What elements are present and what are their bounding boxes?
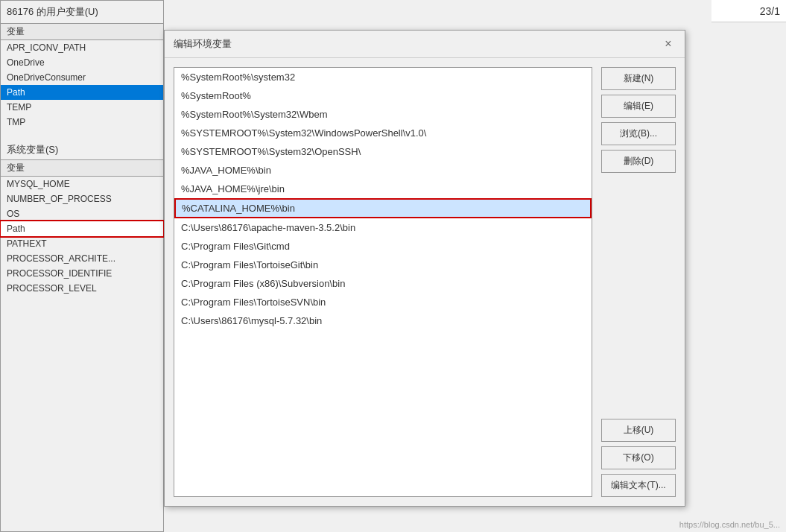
user-var-item[interactable]: OneDriveConsumer — [1, 70, 163, 85]
edit-button[interactable]: 编辑(E) — [601, 95, 676, 118]
system-var-item[interactable]: OS — [1, 206, 163, 221]
system-var-item[interactable]: PATHEXT — [1, 236, 163, 251]
path-list-item[interactable]: C:\Program Files (x86)\Subversion\bin — [174, 274, 592, 293]
system-vars-header: 系统变量(S) — [1, 137, 163, 159]
user-vars-list: APR_ICONV_PATHOneDriveOneDriveConsumerPa… — [1, 40, 163, 130]
dialog-title: 编辑环境变量 — [174, 37, 232, 51]
edit-env-var-dialog: 编辑环境变量 × %SystemRoot%\system32%SystemRoo… — [164, 30, 685, 507]
user-var-item[interactable]: Path — [1, 85, 163, 100]
path-list-item[interactable]: %SystemRoot% — [174, 86, 592, 105]
path-list-item[interactable]: %SYSTEMROOT%\System32\OpenSSH\ — [174, 142, 592, 161]
path-list-item[interactable]: %CATALINA_HOME%\bin — [174, 198, 592, 218]
browse-button[interactable]: 浏览(B)... — [601, 122, 676, 145]
system-vars-list: MYSQL_HOMENUMBER_OF_PROCESSOSPathPATHEXT… — [1, 177, 163, 296]
path-list-item[interactable]: %SystemRoot%\System32\Wbem — [174, 105, 592, 124]
system-var-item[interactable]: PROCESSOR_IDENTIFIE — [1, 266, 163, 281]
path-list-item[interactable]: C:\Program Files\Git\cmd — [174, 237, 592, 256]
user-var-item[interactable]: TMP — [1, 115, 163, 130]
path-list-container[interactable]: %SystemRoot%\system32%SystemRoot%%System… — [174, 67, 592, 497]
system-var-item[interactable]: NUMBER_OF_PROCESS — [1, 191, 163, 206]
system-var-item[interactable]: Path — [1, 221, 163, 236]
system-vars-column-header: 变量 — [1, 159, 163, 177]
system-var-item[interactable]: MYSQL_HOME — [1, 177, 163, 191]
page-indicator: 23/1 — [711, 0, 786, 22]
watermark: https://blog.csdn.net/bu_5... — [679, 520, 780, 529]
column-label-var2: 变量 — [7, 162, 25, 174]
path-list-item[interactable]: C:\Users\86176\mysql-5.7.32\bin — [174, 311, 592, 330]
path-list: %SystemRoot%\system32%SystemRoot%%System… — [174, 68, 592, 330]
close-button[interactable]: × — [661, 37, 676, 51]
env-vars-panel: 86176 的用户变量(U) 变量 APR_ICONV_PATHOneDrive… — [0, 0, 164, 532]
move-down-button[interactable]: 下移(O) — [601, 446, 676, 469]
dialog-buttons-panel: 新建(N)编辑(E)浏览(B)...删除(D)上移(U)下移(O)编辑文本(T)… — [601, 67, 676, 497]
user-vars-header: 86176 的用户变量(U) — [1, 1, 163, 23]
user-var-item[interactable]: APR_ICONV_PATH — [1, 40, 163, 55]
page-number: 23/1 — [760, 5, 780, 17]
new-button[interactable]: 新建(N) — [601, 67, 676, 90]
system-var-item[interactable]: PROCESSOR_ARCHITE... — [1, 251, 163, 266]
column-label-var: 变量 — [7, 25, 25, 38]
edit-text-button[interactable]: 编辑文本(T)... — [601, 474, 676, 497]
dialog-titlebar: 编辑环境变量 × — [165, 31, 685, 58]
path-list-item[interactable]: C:\Users\86176\apache-maven-3.5.2\bin — [174, 218, 592, 237]
path-list-item[interactable]: %JAVA_HOME%\jre\bin — [174, 180, 592, 198]
user-var-item[interactable]: TEMP — [1, 100, 163, 115]
move-up-button[interactable]: 上移(U) — [601, 419, 676, 442]
path-list-item[interactable]: C:\Program Files\TortoiseGit\bin — [174, 256, 592, 274]
delete-button[interactable]: 删除(D) — [601, 150, 676, 173]
path-list-item[interactable]: %JAVA_HOME%\bin — [174, 161, 592, 180]
button-spacer — [601, 177, 676, 414]
path-list-item[interactable]: %SystemRoot%\system32 — [174, 68, 592, 86]
system-var-item[interactable]: PROCESSOR_LEVEL — [1, 281, 163, 296]
dialog-content: %SystemRoot%\system32%SystemRoot%%System… — [165, 58, 685, 506]
user-var-item[interactable]: OneDrive — [1, 55, 163, 70]
user-vars-column-header: 变量 — [1, 23, 163, 40]
path-list-item[interactable]: %SYSTEMROOT%\System32\WindowsPowerShell\… — [174, 124, 592, 142]
path-list-item[interactable]: C:\Program Files\TortoiseSVN\bin — [174, 293, 592, 311]
